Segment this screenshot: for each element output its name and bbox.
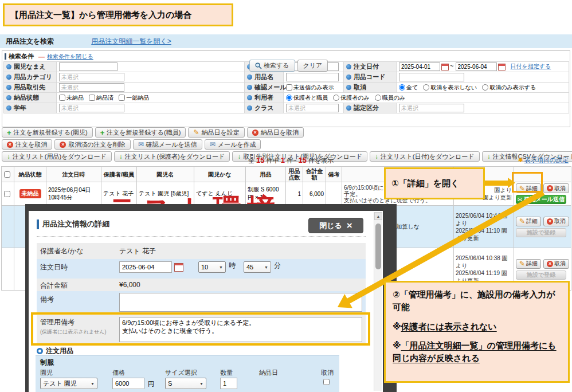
item-code-input[interactable]: [399, 73, 464, 81]
blue-dot-icon: [247, 75, 252, 80]
order-detail-list-link[interactable]: 用品注文明細一覧を開く>: [91, 37, 171, 46]
hour-unit-label: 時: [229, 261, 236, 271]
item-size-select[interactable]: S▼: [165, 378, 206, 389]
facility-register-button-disabled: 施設で登録: [516, 228, 566, 237]
supplier-input[interactable]: [59, 83, 124, 92]
row-checkbox[interactable]: [4, 191, 10, 197]
delivered-checkbox[interactable]: 納品済: [89, 95, 113, 101]
unsent-only-checkbox[interactable]: 未送信のみ表示: [286, 84, 334, 91]
section-bar-icon: [5, 53, 6, 60]
modal-scrollbar[interactable]: ▲: [374, 212, 382, 391]
partial-checkbox[interactable]: 一部納品: [119, 95, 149, 101]
order-date-input[interactable]: [119, 261, 172, 273]
label-order-date: 注文日付: [344, 62, 397, 72]
clear-button[interactable]: クリア: [297, 60, 328, 72]
specify-date-link[interactable]: 日付を指定する: [511, 63, 551, 69]
modal-title-bar: 用品注文情報の詳細: [37, 219, 109, 229]
blue-dot-icon: [346, 105, 351, 111]
new-order-staff-button[interactable]: +注文を新規登録する(職員): [95, 127, 186, 138]
search-button[interactable]: 検索する: [249, 60, 295, 72]
blue-dot-icon: [346, 75, 351, 80]
result-count: 全 15 件中 1 件~ 15 件を表示: [248, 156, 334, 165]
label-certification: 認定区分: [344, 103, 397, 113]
annotation-step2: ②「管理用備考」に、施設用の備考入力が可能 ※保護者には表示されない ※「用品注…: [384, 281, 570, 383]
settings-icon: ✱: [518, 156, 523, 164]
hour-select[interactable]: 10▼: [198, 261, 226, 273]
certification-input[interactable]: [399, 104, 464, 112]
display-settings-link[interactable]: 表示項目の設定: [524, 156, 569, 163]
label-item-category: 用品カテゴリ: [4, 72, 57, 83]
cancel-icon: ×: [252, 130, 258, 136]
modal-close-button[interactable]: 閉じる×: [308, 218, 363, 233]
compose-mail-button[interactable]: ✉メールを作成: [205, 139, 261, 150]
close-icon: ×: [347, 220, 352, 232]
collapse-minus-icon: —: [38, 53, 45, 60]
user-both-radio[interactable]: 保護者と職員: [286, 95, 328, 101]
grade-input[interactable]: [59, 104, 124, 112]
cancel-hide-radio[interactable]: 取消を表示しない: [423, 84, 477, 91]
col-size-label: サイズ選択: [165, 369, 197, 377]
item-cancel-checkbox[interactable]: [323, 379, 330, 385]
item-category-input[interactable]: [59, 73, 124, 81]
header-guardian[interactable]: 保護者/職員: [101, 167, 137, 182]
calendar-icon[interactable]: [441, 64, 449, 70]
cancel-all-radio[interactable]: 全て: [399, 84, 418, 91]
date-to-input[interactable]: [456, 62, 497, 71]
cancel-order-button[interactable]: ×注文を取消: [2, 139, 52, 150]
blue-dot-icon: [6, 85, 11, 90]
scrollbar-thumb[interactable]: [375, 224, 381, 269]
modal-separator: [37, 236, 366, 237]
blue-dot-icon: [6, 64, 11, 69]
blue-dot-icon: [6, 105, 11, 111]
cancel-button[interactable]: ×取消: [543, 259, 569, 269]
count-line: 全 15 件中 1 件~ 15 件を表示 ✱表示項目の設定: [0, 156, 572, 165]
filter-collapse-link[interactable]: 検索条件を閉じる: [47, 53, 93, 61]
annotation-step2-line1: ②「管理用備考」に、施設用の備考入力が可能: [393, 288, 561, 313]
cancel-button[interactable]: ×取消: [543, 217, 569, 226]
section-bar-icon: [37, 219, 39, 229]
header-total[interactable]: 合計金額: [303, 167, 326, 182]
child-name-input[interactable]: [59, 62, 117, 71]
header-qty[interactable]: 用品点数: [286, 167, 303, 182]
price-unit-label: 円: [148, 378, 154, 389]
filter-header-title: 検索条件: [9, 52, 34, 61]
item-qty-input[interactable]: [220, 378, 237, 389]
app-root: 【用品注文一覧】から管理用備考を入力の場合 用品注文を検索 用品注文明細一覧を開…: [0, 0, 572, 392]
select-all-checkbox[interactable]: [4, 171, 10, 178]
blue-dot-icon: [247, 105, 252, 111]
set-delivery-date-button[interactable]: ✎納品日を設定: [188, 127, 244, 138]
item-child-select[interactable]: テスト 園児▼: [40, 378, 97, 389]
header-kana: 園児かな: [194, 167, 246, 182]
detail-button[interactable]: ✎詳細: [516, 217, 541, 226]
undelivered-checkbox[interactable]: 未納品: [59, 95, 84, 101]
scroll-up-icon[interactable]: ▲: [374, 212, 382, 220]
date-from-input[interactable]: [399, 62, 440, 71]
delete-cancelled-button[interactable]: ×取消済の注文を削除: [54, 139, 131, 150]
note-textarea[interactable]: [119, 293, 362, 312]
item-name-input[interactable]: [286, 73, 339, 81]
note-row: 備考: [37, 291, 366, 313]
cancel-delivery-date-button[interactable]: ×納品日を取消: [247, 127, 304, 138]
header-note[interactable]: 備考: [326, 167, 342, 182]
user-staff-radio[interactable]: 職員のみ: [375, 95, 405, 101]
cancel-only-radio[interactable]: 取消のみ表示する: [482, 84, 536, 91]
header-order-datetime[interactable]: 注文日時: [46, 167, 101, 182]
send-confirm-mail-button[interactable]: ✉確認メールを送信: [133, 139, 202, 150]
order-items-section-header: 注文用品: [37, 346, 73, 356]
cancel-button[interactable]: ×取消: [543, 183, 569, 193]
user-guardian-radio[interactable]: 保護者のみ: [333, 95, 369, 101]
date-range-separator: ~: [450, 62, 453, 69]
calendar-icon[interactable]: [498, 64, 506, 70]
total-label: 合計金額: [37, 279, 119, 291]
minute-select[interactable]: 45▼: [244, 261, 271, 273]
mail-icon: ✉: [138, 140, 144, 148]
search-actions: 検索する クリア: [249, 60, 328, 72]
class-input[interactable]: [286, 104, 339, 112]
pencil-icon: ✎: [519, 260, 525, 268]
blue-dot-icon: [346, 85, 351, 90]
new-order-child-button[interactable]: +注文を新規登録する(園児): [2, 127, 93, 138]
calendar-icon[interactable]: [174, 263, 183, 272]
detail-button[interactable]: ✎詳細: [516, 259, 541, 269]
blue-dot-icon: [346, 64, 351, 69]
item-price-input[interactable]: [112, 378, 144, 389]
